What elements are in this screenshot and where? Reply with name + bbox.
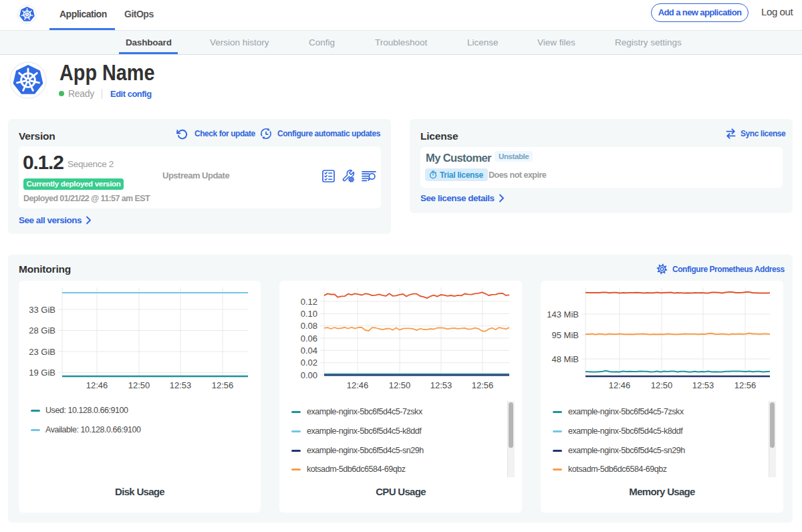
svg-text:12:56: 12:56: [472, 380, 494, 390]
svg-text:33 GiB: 33 GiB: [29, 305, 55, 315]
svg-text:12:53: 12:53: [692, 380, 714, 390]
svg-text:12:53: 12:53: [430, 380, 452, 390]
svg-text:19 GiB: 19 GiB: [29, 368, 55, 378]
svg-text:28 GiB: 28 GiB: [29, 325, 55, 336]
svg-text:12:46: 12:46: [86, 380, 108, 390]
svg-text:12:56: 12:56: [734, 380, 757, 390]
svg-text:12:50: 12:50: [389, 380, 411, 390]
svg-text:0.10: 0.10: [301, 309, 317, 319]
svg-text:0.04: 0.04: [301, 346, 317, 356]
svg-text:95 MiB: 95 MiB: [552, 330, 579, 340]
svg-text:0.08: 0.08: [301, 321, 317, 331]
svg-text:12:50: 12:50: [128, 380, 150, 390]
svg-text:23 GiB: 23 GiB: [29, 347, 55, 357]
svg-text:48 MiB: 48 MiB: [552, 354, 579, 364]
svg-text:12:50: 12:50: [651, 380, 673, 390]
svg-text:12:46: 12:46: [609, 380, 631, 390]
svg-text:12:46: 12:46: [347, 380, 369, 390]
svg-text:12:56: 12:56: [212, 380, 234, 390]
svg-text:0.02: 0.02: [301, 358, 317, 368]
svg-text:0.00: 0.00: [301, 370, 317, 380]
svg-text:143 MiB: 143 MiB: [547, 309, 579, 319]
svg-text:0.06: 0.06: [301, 334, 317, 344]
svg-text:0.12: 0.12: [301, 297, 317, 307]
svg-text:12:53: 12:53: [170, 380, 192, 390]
